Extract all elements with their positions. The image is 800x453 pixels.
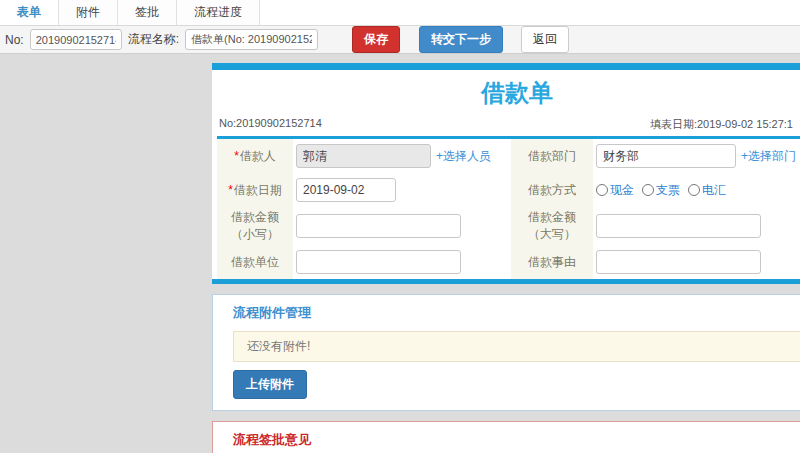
top-tab-bar: 表单 附件 签批 流程进度 <box>0 0 800 26</box>
no-input[interactable] <box>30 29 122 50</box>
flow-name-label: 流程名称: <box>128 31 179 48</box>
approval-panel: 流程签批意见 B I abc ✎ ⚭ ⚮ ⚑ ☰ ☰ ⇤ ⇥ ” <box>212 421 800 453</box>
radio-cash-input[interactable] <box>596 184 608 196</box>
borrower-input[interactable] <box>296 144 431 168</box>
loan-reason-input[interactable] <box>596 250 761 274</box>
tab-approval[interactable]: 签批 <box>118 0 177 25</box>
attachment-empty-message: 还没有附件! <box>233 331 800 362</box>
required-asterisk: * <box>234 149 239 163</box>
form-date: 填表日期:2019-09-02 15:27:1 <box>650 117 793 132</box>
tab-form[interactable]: 表单 <box>0 0 59 25</box>
loan-date-label: *借款日期 <box>217 173 293 207</box>
radio-transfer[interactable]: 电汇 <box>688 182 726 199</box>
header-action-row: No: 流程名称: 保存 转交下一步 返回 <box>0 26 800 54</box>
radio-cash[interactable]: 现金 <box>596 182 634 199</box>
department-input[interactable] <box>596 144 736 168</box>
back-button[interactable]: 返回 <box>521 26 569 53</box>
tab-progress[interactable]: 流程进度 <box>177 0 260 25</box>
save-button[interactable]: 保存 <box>352 26 400 53</box>
loan-unit-label: 借款单位 <box>217 245 293 279</box>
pay-method-radio-group: 现金 支票 电汇 <box>596 182 726 199</box>
loan-reason-label: 借款事由 <box>501 245 593 279</box>
panel-bottom-bar <box>212 279 800 284</box>
loan-date-input[interactable] <box>296 178 396 202</box>
form-title: 借款单 <box>217 77 800 109</box>
tab-attachment[interactable]: 附件 <box>59 0 118 25</box>
radio-check[interactable]: 支票 <box>642 182 680 199</box>
radio-transfer-input[interactable] <box>688 184 700 196</box>
approval-title: 流程签批意见 <box>233 431 800 449</box>
required-asterisk: * <box>228 183 233 197</box>
content-area: 借款单 No:20190902152714 填表日期:2019-09-02 15… <box>0 54 800 453</box>
loan-unit-input[interactable] <box>296 250 461 274</box>
upload-attachment-button[interactable]: 上传附件 <box>233 370 307 399</box>
select-person-link[interactable]: +选择人员 <box>436 148 491 165</box>
pay-method-label: 借款方式 <box>501 173 593 207</box>
panel-wrap: 借款单 No:20190902152714 填表日期:2019-09-02 15… <box>212 63 800 453</box>
flow-name-input[interactable] <box>185 29 318 50</box>
borrower-label: *借款人 <box>217 139 293 173</box>
amount-lower-label: 借款金额（小写） <box>217 207 293 245</box>
panel-top-bar <box>212 63 800 70</box>
loan-form-grid: *借款人 +选择人员 借款部门 +选择部门 *借款日期 <box>217 139 800 279</box>
attachment-panel: 流程附件管理 还没有附件! 上传附件 <box>212 294 800 411</box>
department-label: 借款部门 <box>501 139 593 173</box>
amount-upper-input[interactable] <box>596 214 761 238</box>
form-meta-row: No:20190902152714 填表日期:2019-09-02 15:27:… <box>217 115 800 139</box>
no-label: No: <box>5 33 24 47</box>
next-step-button[interactable]: 转交下一步 <box>419 26 503 53</box>
form-no: No:20190902152714 <box>219 117 322 132</box>
loan-form-panel: 借款单 No:20190902152714 填表日期:2019-09-02 15… <box>212 63 800 284</box>
radio-check-input[interactable] <box>642 184 654 196</box>
select-department-link[interactable]: +选择部门 <box>741 148 796 165</box>
amount-upper-label: 借款金额（大写） <box>501 207 593 245</box>
attachment-title: 流程附件管理 <box>233 304 800 322</box>
amount-lower-input[interactable] <box>296 214 461 238</box>
